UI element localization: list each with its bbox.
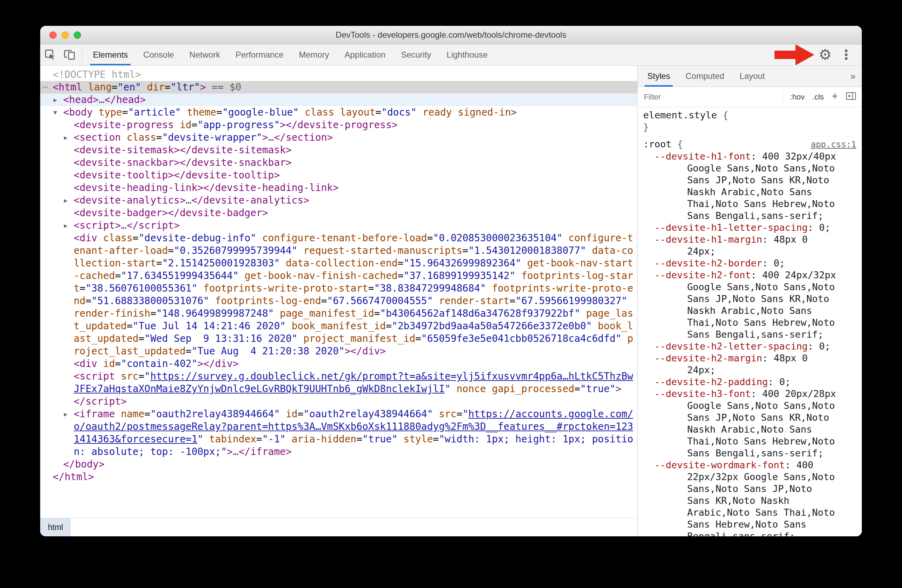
- css-property-semicolon: ;: [825, 341, 830, 352]
- css-property-value: 0: [819, 341, 824, 352]
- css-property[interactable]: --devsite-wordmark-font: 400 22px/32px G…: [637, 459, 862, 536]
- css-property-colon: :: [751, 388, 762, 399]
- expand-arrow-closed-icon[interactable]: ▶: [64, 408, 67, 421]
- dom-line[interactable]: <div class="devsite-debug-info" configur…: [40, 232, 637, 358]
- breadcrumb-item-html[interactable]: html: [40, 518, 70, 536]
- css-property[interactable]: --devsite-h1-letter-spacing: 0;: [637, 222, 862, 234]
- code-token: "Tue Aug 4 21:20:38 2020": [191, 345, 345, 357]
- dom-line[interactable]: ▶<section class="devsite-wrapper">…</sec…: [40, 131, 637, 144]
- dom-line[interactable]: ▶<head>…</head>: [40, 94, 637, 106]
- code-token: "article": [128, 106, 181, 118]
- more-options-button[interactable]: ⋮: [838, 48, 854, 61]
- dom-line[interactable]: ▶<iframe name="oauth2relay438944664" id=…: [40, 408, 637, 458]
- dom-line[interactable]: </html>: [40, 471, 637, 483]
- code-token: "b43064562af148d6a347628f937922bf": [380, 308, 580, 319]
- code-token: "-1": [262, 433, 285, 445]
- sidebar-tab-layout[interactable]: Layout: [732, 66, 772, 87]
- code-token: data-collection-end: [286, 257, 398, 269]
- css-property[interactable]: --devsite-h1-margin: 48px 0 24px;: [637, 234, 862, 257]
- tab-console[interactable]: Console: [136, 44, 182, 65]
- expand-arrow-closed-icon[interactable]: ▶: [64, 194, 67, 207]
- styles-filter-input[interactable]: [643, 92, 779, 102]
- css-property[interactable]: --devsite-h1-font: 400 32px/40px Google …: [637, 150, 862, 222]
- window-title: DevTools - developers.google.com/web/too…: [336, 30, 566, 40]
- tab-lighthouse[interactable]: Lighthouse: [439, 44, 495, 65]
- code-token: =: [433, 433, 439, 445]
- css-property[interactable]: --devsite-h2-border: 0;: [637, 257, 862, 269]
- stylesheet-source-link[interactable]: app.css:1: [806, 139, 856, 150]
- overflow-dots-icon[interactable]: ⋯: [42, 81, 48, 94]
- zoom-window-button[interactable]: [74, 31, 81, 39]
- close-window-button[interactable]: [49, 31, 56, 39]
- dom-line[interactable]: <devsite-snackbar></devsite-snackbar>: [40, 156, 637, 169]
- code-token: "67.5667470004555": [327, 295, 433, 307]
- tab-elements[interactable]: Elements: [85, 44, 136, 65]
- code-token: <script>: [74, 220, 121, 231]
- dom-line[interactable]: <devsite-badger></devsite-badger>: [40, 207, 637, 219]
- styles-filter-actions: :hov .cls +: [784, 91, 856, 103]
- code-token: </head>: [105, 94, 146, 105]
- code-token: …: [268, 131, 274, 143]
- expand-arrow-closed-icon[interactable]: ▶: [53, 94, 57, 106]
- css-rule: :root {app.css:1--devsite-h1-font: 400 3…: [637, 136, 862, 536]
- dom-line[interactable]: <devsite-tooltip></devsite-tooltip>: [40, 169, 637, 181]
- css-property-colon: :: [808, 222, 819, 233]
- dom-line[interactable]: <div id="contain-402"></div>: [40, 358, 637, 370]
- code-token: [115, 371, 121, 382]
- tab-performance[interactable]: Performance: [228, 44, 291, 65]
- dom-line[interactable]: <devsite-sitemask></devsite-sitemask>: [40, 144, 637, 156]
- code-token: [92, 106, 99, 118]
- tab-application[interactable]: Application: [337, 44, 393, 65]
- toggle-device-toolbar-button[interactable]: [60, 44, 79, 65]
- titlebar[interactable]: DevTools - developers.google.com/web/too…: [40, 26, 862, 44]
- sidebar-tab-styles[interactable]: Styles: [640, 66, 678, 87]
- styles-content: element.style { } :root {app.css:1--devs…: [637, 107, 862, 536]
- code-token: <html: [53, 81, 82, 93]
- toolbar-tabs: ElementsConsoleNetworkPerformanceMemoryA…: [85, 44, 495, 65]
- css-property[interactable]: --devsite-h2-padding: 0;: [637, 376, 862, 388]
- dom-line[interactable]: <devsite-heading-link></devsite-heading-…: [40, 181, 637, 194]
- minimize-window-button[interactable]: [61, 31, 69, 39]
- toggle-element-state-button[interactable]: :hov: [790, 92, 805, 102]
- code-token: ></div>: [197, 358, 239, 369]
- more-tabs-button[interactable]: »: [844, 66, 862, 87]
- code-token: =: [122, 106, 128, 118]
- code-token: "38.83847299948684": [374, 283, 486, 294]
- css-property[interactable]: --devsite-h3-font: 400 20px/28px Google …: [637, 388, 862, 459]
- dom-line[interactable]: <script src="https://survey.g.doubleclic…: [40, 370, 637, 395]
- new-style-rule-button[interactable]: +: [832, 90, 838, 103]
- dom-line[interactable]: <devsite-progress id="app-progress"></de…: [40, 119, 637, 131]
- tab-network[interactable]: Network: [182, 44, 228, 65]
- css-property[interactable]: --devsite-h2-margin: 48px 0 24px;: [637, 352, 862, 376]
- code-token: =: [216, 106, 222, 118]
- code-token: [239, 270, 244, 281]
- code-token: <!DOCTYPE html>: [53, 69, 141, 80]
- dom-line[interactable]: </script>: [40, 395, 637, 408]
- expand-arrow-open-icon[interactable]: ▼: [53, 106, 57, 119]
- element-style-selector-line[interactable]: element.style {: [637, 109, 862, 121]
- dom-line[interactable]: ▶<devsite-analytics>…</devsite-analytics…: [40, 194, 637, 207]
- code-token: ></div>: [345, 345, 386, 357]
- inspect-element-button[interactable]: [40, 44, 60, 65]
- expand-arrow-closed-icon[interactable]: ▶: [64, 219, 67, 232]
- sidebar-tab-computed[interactable]: Computed: [678, 66, 732, 87]
- element-classes-button[interactable]: .cls: [812, 92, 824, 102]
- dom-line[interactable]: ▼<body type="article" theme="google-blue…: [40, 106, 637, 119]
- expand-arrow-closed-icon[interactable]: ▶: [64, 131, 67, 144]
- dom-line[interactable]: ⋯<html lang="en" dir="ltr"> == $0: [40, 81, 637, 94]
- tab-security[interactable]: Security: [393, 44, 439, 65]
- code-token: </devsite-analytics>: [191, 194, 309, 206]
- settings-button[interactable]: ⚙: [818, 47, 833, 62]
- code-token: >: [262, 131, 268, 143]
- dom-line[interactable]: ▶<script>…</script>: [40, 219, 637, 232]
- toggle-sidebar-icon[interactable]: [846, 91, 856, 103]
- css-property[interactable]: --devsite-h2-font: 400 24px/32px Google …: [637, 269, 862, 341]
- tab-memory[interactable]: Memory: [291, 44, 337, 65]
- dom-line[interactable]: </body>: [40, 458, 637, 471]
- css-property-colon: :: [762, 258, 774, 269]
- dom-line[interactable]: <!DOCTYPE html>: [40, 69, 637, 81]
- code-token: =: [168, 245, 174, 256]
- code-token: "en": [117, 81, 141, 93]
- code-token: </script>: [127, 220, 180, 231]
- css-property[interactable]: --devsite-h2-letter-spacing: 0;: [637, 341, 862, 352]
